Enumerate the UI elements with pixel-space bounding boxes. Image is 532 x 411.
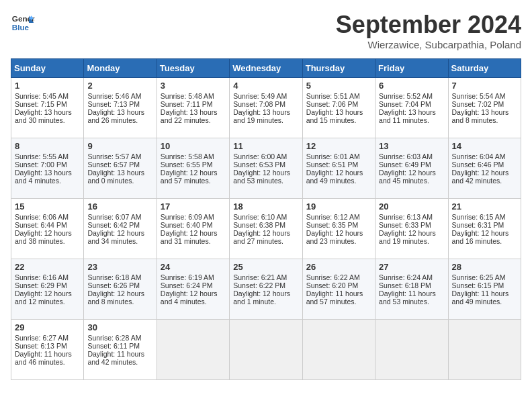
calendar-body: 1Sunrise: 5:45 AMSunset: 7:15 PMDaylight… (11, 78, 521, 380)
day-number: 29 (15, 322, 80, 332)
calendar-cell: 19Sunrise: 6:12 AMSunset: 6:35 PMDayligh… (302, 199, 375, 259)
cell-line: Daylight: 11 hours (452, 289, 517, 298)
weekday-label: Sunday (11, 59, 84, 78)
weekday-label: Friday (375, 59, 448, 78)
cell-line: Daylight: 12 hours (161, 229, 226, 237)
calendar-cell: 9Sunrise: 5:57 AMSunset: 6:57 PMDaylight… (84, 138, 157, 199)
cell-line: Sunrise: 6:28 AM (87, 334, 152, 342)
weekday-label: Tuesday (157, 59, 229, 78)
cell-line: and 26 minutes. (87, 116, 152, 124)
day-number: 30 (87, 322, 152, 332)
cell-line: Sunset: 6:49 PM (379, 161, 444, 169)
cell-line: and 27 minutes. (233, 237, 298, 245)
logo-icon: General Blue (11, 11, 35, 35)
cell-line: and 49 minutes. (306, 177, 371, 185)
month-title: September 2024 (336, 11, 521, 39)
cell-line: and 34 minutes. (87, 237, 152, 245)
cell-line: Daylight: 13 hours (161, 108, 226, 116)
cell-line: Sunset: 6:57 PM (87, 161, 152, 169)
cell-line: Sunrise: 5:45 AM (15, 92, 80, 100)
calendar-cell: 6Sunrise: 5:52 AMSunset: 7:04 PMDaylight… (375, 78, 448, 138)
day-number: 15 (15, 201, 80, 212)
page-header: General Blue September 2024 Wierzawice, … (11, 11, 521, 50)
calendar-cell: 30Sunrise: 6:28 AMSunset: 6:11 PMDayligh… (84, 320, 157, 380)
calendar-cell: 8Sunrise: 5:55 AMSunset: 7:00 PMDaylight… (11, 138, 84, 199)
cell-line: Sunrise: 6:19 AM (161, 273, 226, 281)
cell-line: Sunset: 6:26 PM (87, 281, 152, 289)
day-number: 26 (306, 262, 371, 272)
calendar-cell: 26Sunrise: 6:22 AMSunset: 6:20 PMDayligh… (302, 259, 375, 320)
cell-line: Daylight: 12 hours (15, 229, 80, 237)
calendar-cell: 13Sunrise: 6:03 AMSunset: 6:49 PMDayligh… (375, 138, 448, 199)
cell-line: and 11 minutes. (379, 116, 444, 124)
cell-line: Sunset: 6:53 PM (233, 161, 298, 169)
cell-line: Daylight: 12 hours (306, 169, 371, 177)
cell-line: Sunrise: 6:18 AM (87, 273, 152, 281)
day-number: 19 (306, 201, 371, 212)
cell-line: Sunrise: 6:03 AM (379, 152, 444, 161)
cell-line: Sunrise: 6:10 AM (233, 213, 298, 221)
cell-line: Sunrise: 6:15 AM (452, 213, 517, 221)
day-number: 18 (233, 201, 298, 212)
cell-line: Sunset: 6:15 PM (452, 281, 517, 289)
day-number: 2 (87, 81, 152, 91)
cell-line: Sunrise: 6:01 AM (306, 152, 371, 161)
cell-line: and 30 minutes. (15, 116, 80, 124)
cell-line: Daylight: 12 hours (233, 289, 298, 298)
calendar-week-row: 29Sunrise: 6:27 AMSunset: 6:13 PMDayligh… (11, 320, 521, 380)
calendar-week-row: 15Sunrise: 6:06 AMSunset: 6:44 PMDayligh… (11, 199, 521, 259)
cell-line: Sunset: 7:11 PM (161, 100, 226, 108)
calendar-cell: 22Sunrise: 6:16 AMSunset: 6:29 PMDayligh… (11, 259, 84, 320)
cell-line: and 8 minutes. (452, 116, 517, 124)
cell-line: Daylight: 12 hours (233, 229, 298, 237)
cell-line: Sunrise: 6:22 AM (306, 273, 371, 281)
cell-line: Sunset: 6:20 PM (306, 281, 371, 289)
day-number: 20 (379, 201, 444, 212)
cell-line: and 19 minutes. (379, 237, 444, 245)
cell-line: Daylight: 13 hours (233, 108, 298, 116)
day-number: 12 (306, 141, 371, 151)
cell-line: and 57 minutes. (306, 298, 371, 306)
cell-line: Daylight: 13 hours (379, 108, 444, 116)
cell-line: Sunrise: 6:12 AM (306, 213, 371, 221)
day-number: 5 (306, 81, 371, 91)
cell-line: Sunset: 7:13 PM (87, 100, 152, 108)
cell-line: and 22 minutes. (161, 116, 226, 124)
cell-line: Sunset: 6:35 PM (306, 221, 371, 229)
calendar-cell: 14Sunrise: 6:04 AMSunset: 6:46 PMDayligh… (448, 138, 521, 199)
weekday-label: Thursday (302, 59, 375, 78)
cell-line: Sunset: 6:29 PM (15, 281, 80, 289)
cell-line: Sunset: 7:15 PM (15, 100, 80, 108)
cell-line: Sunset: 7:04 PM (379, 100, 444, 108)
cell-line: Daylight: 13 hours (306, 108, 371, 116)
cell-line: and 42 minutes. (87, 358, 152, 366)
cell-line: Sunrise: 6:07 AM (87, 213, 152, 221)
logo: General Blue (11, 11, 38, 35)
day-number: 9 (87, 141, 152, 151)
cell-line: Daylight: 12 hours (15, 289, 80, 298)
cell-line: and 15 minutes. (306, 116, 371, 124)
weekday-header-row: SundayMondayTuesdayWednesdayThursdayFrid… (11, 59, 521, 78)
cell-line: and 23 minutes. (306, 237, 371, 245)
cell-line: and 53 minutes. (379, 298, 444, 306)
cell-line: Sunrise: 6:21 AM (233, 273, 298, 281)
svg-text:Blue: Blue (12, 23, 30, 32)
calendar-cell (375, 320, 448, 380)
cell-line: Sunrise: 6:24 AM (379, 273, 444, 281)
calendar-week-row: 1Sunrise: 5:45 AMSunset: 7:15 PMDaylight… (11, 78, 521, 138)
cell-line: Daylight: 12 hours (452, 169, 517, 177)
cell-line: and 45 minutes. (379, 177, 444, 185)
cell-line: Sunset: 6:13 PM (15, 342, 80, 350)
cell-line: and 38 minutes. (15, 237, 80, 245)
calendar-cell: 25Sunrise: 6:21 AMSunset: 6:22 PMDayligh… (230, 259, 302, 320)
calendar-cell: 2Sunrise: 5:46 AMSunset: 7:13 PMDaylight… (84, 78, 157, 138)
cell-line: Daylight: 13 hours (87, 108, 152, 116)
cell-line: and 0 minutes. (87, 177, 152, 185)
title-block: September 2024 Wierzawice, Subcarpathia,… (336, 11, 521, 50)
cell-line: Sunset: 6:31 PM (452, 221, 517, 229)
cell-line: Daylight: 11 hours (87, 350, 152, 358)
day-number: 3 (161, 81, 226, 91)
calendar-cell: 11Sunrise: 6:00 AMSunset: 6:53 PMDayligh… (230, 138, 302, 199)
day-number: 7 (452, 81, 517, 91)
calendar-cell: 7Sunrise: 5:54 AMSunset: 7:02 PMDaylight… (448, 78, 521, 138)
